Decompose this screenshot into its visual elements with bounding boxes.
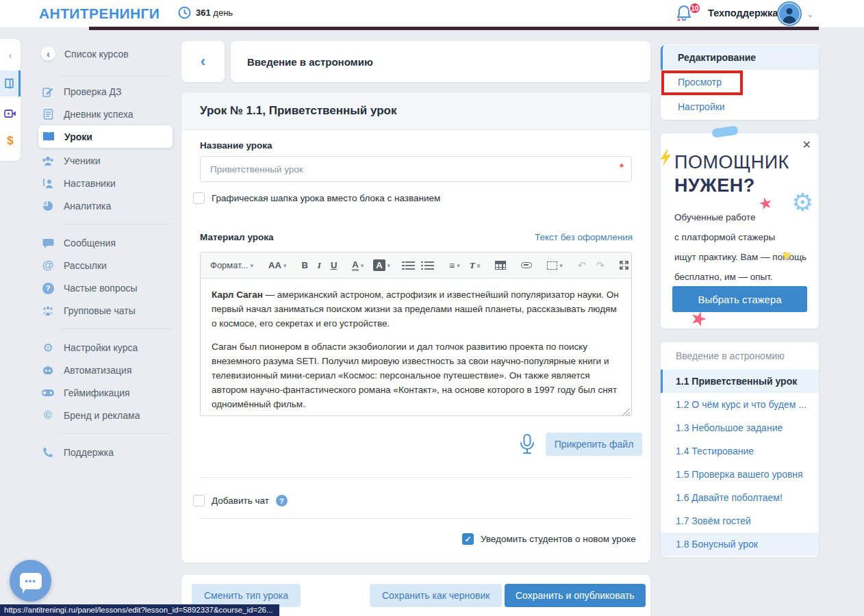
microphone-icon[interactable]	[518, 433, 537, 455]
lesson-item-1-8[interactable]: 1.8 Бонусный урок	[661, 532, 819, 556]
sidebar-item-brand[interactable]: © Бренд и реклама	[41, 405, 175, 426]
required-asterisk: *	[620, 161, 624, 172]
lesson-item-1-3[interactable]: 1.3 Небольшое задание	[661, 416, 819, 439]
fontsize-dropdown[interactable]: AA▾	[264, 257, 290, 273]
tab-editing: Редактирование	[661, 45, 819, 70]
lesson-item-1-6[interactable]: 1.6 Давайте поболтаем!	[661, 486, 819, 509]
bold-button[interactable]: B	[297, 257, 312, 273]
mode-menu-card: Редактирование Просмотр Настройки	[661, 44, 819, 120]
lesson-item-1-7[interactable]: 1.7 Зовём гостей	[661, 509, 819, 532]
divider	[200, 518, 632, 519]
lessons-course-title[interactable]: Введение в астрономию	[661, 342, 819, 370]
sidebar-item-automation[interactable]: Автоматизация	[41, 360, 175, 381]
divider	[60, 75, 171, 76]
insert-block-dropdown[interactable]: ▾	[543, 259, 567, 272]
lesson-header: Урок № 1.1, Приветственный урок	[181, 92, 650, 130]
app-root: АНТИТРЕНИНГИ 361 день 10 Техподдержка ⌄ …	[0, 0, 864, 616]
save-publish-button[interactable]: Сохранить и опубликовать	[505, 584, 646, 607]
align-dropdown[interactable]: ≡▾	[445, 257, 464, 274]
choose-intern-button[interactable]: Выбрать стажера	[672, 286, 807, 312]
divider	[200, 477, 632, 478]
phone-icon	[41, 447, 55, 458]
redo-button[interactable]: ↷	[592, 257, 609, 274]
lesson-name-label: Название урока	[200, 140, 272, 151]
tab-settings[interactable]: Настройки	[661, 94, 819, 119]
lesson-item-1-1[interactable]: 1.1 Приветственный урок	[661, 370, 819, 393]
sidebar-item-lessons[interactable]: Уроки	[38, 125, 173, 148]
editor-toolbar: Формат...▾ AA▾ B I U A▾ A▾ ≡▾ Tx	[201, 253, 631, 279]
sidebar-item-gamification[interactable]: Геймификация	[41, 383, 175, 403]
course-title-card: Введение в астрономию	[231, 41, 650, 82]
save-draft-button[interactable]: Сохранить как черновик	[370, 584, 502, 607]
rail-payments-icon[interactable]: $	[0, 128, 21, 154]
notifications-button[interactable]: 10	[675, 4, 698, 25]
underline-button[interactable]: U	[327, 257, 341, 273]
days-number: 361	[196, 8, 211, 18]
divider	[60, 329, 171, 329]
undo-button[interactable]: ↶	[574, 257, 591, 274]
editor-content[interactable]: Карл Саган — американский астроном, астр…	[201, 279, 631, 417]
sidebar-item-mentors[interactable]: Наставники	[41, 173, 175, 194]
group-icon	[41, 306, 55, 316]
chat-fab-button[interactable]: •••	[10, 560, 51, 602]
lesson-name-input[interactable]	[200, 156, 632, 182]
rail-collapse-button[interactable]: ‹	[0, 42, 21, 68]
rich-text-editor: Формат...▾ AA▾ B I U A▾ A▾ ≡▾ Tx	[200, 252, 632, 416]
editor-resize-handle[interactable]	[622, 408, 630, 415]
back-circle-icon: ‹	[41, 47, 55, 61]
fullscreen-button[interactable]	[615, 258, 633, 272]
sidebar-item-group-chats[interactable]: Групповые чаты	[41, 300, 175, 321]
helper-text: Обученные работе с платформой стажеры ищ…	[674, 207, 806, 287]
sidebar-item-diary[interactable]: Дневник успеха	[41, 104, 175, 125]
bullet-list-button[interactable]	[420, 259, 438, 272]
bg-color-dropdown[interactable]: A▾	[369, 257, 394, 274]
ordered-list-button[interactable]	[401, 259, 419, 272]
document-icon	[41, 109, 55, 120]
avatar[interactable]	[777, 1, 802, 26]
link-button[interactable]	[517, 259, 536, 271]
back-button[interactable]: ‹	[181, 41, 225, 82]
sidebar-item-analytics[interactable]: Аналитика	[41, 196, 175, 216]
sidebar-back-to-courses[interactable]: ‹ Список курсов	[41, 47, 129, 61]
tab-preview[interactable]: Просмотр	[661, 70, 819, 94]
lesson-item-1-4[interactable]: 1.4 Тестирование	[661, 439, 819, 463]
rail-video-icon[interactable]	[0, 101, 21, 127]
support-label[interactable]: Техподдержка	[708, 8, 778, 18]
chevron-down-icon[interactable]: ⌄	[806, 9, 814, 19]
lesson-item-1-2[interactable]: 1.2 О чём курс и что будем ...	[661, 393, 819, 416]
sidebar-item-support[interactable]: Поддержка	[41, 442, 175, 463]
robot-icon	[41, 365, 55, 375]
logo[interactable]: АНТИТРЕНИНГИ	[39, 5, 160, 22]
graphic-header-checkbox[interactable]	[193, 192, 205, 204]
add-chat-checkbox[interactable]	[193, 495, 205, 506]
notify-checkbox[interactable]: ✓	[462, 533, 474, 545]
change-lesson-type-button[interactable]: Сменить тип урока	[192, 584, 301, 607]
copyright-icon: ©	[41, 409, 55, 422]
chat-icon	[41, 238, 55, 248]
sidebar-item-mailings[interactable]: @ Рассылки	[41, 255, 175, 276]
sidebar-item-students[interactable]: Ученики	[41, 151, 175, 171]
help-question-icon[interactable]: ?	[276, 495, 288, 506]
format-dropdown[interactable]: Формат...▾	[206, 257, 257, 273]
helper-title: ПОМОЩНИК НУЖЕН?	[674, 151, 789, 198]
attach-file-button[interactable]: Прикрепить файл	[546, 433, 642, 456]
table-button[interactable]	[491, 258, 510, 272]
notify-row: ✓ Уведомить студентов о новом уроке	[462, 533, 636, 545]
sidebar-item-course-settings[interactable]: ⚙ Настройки курса	[41, 337, 175, 358]
at-icon: @	[41, 259, 55, 272]
italic-button[interactable]: I	[314, 257, 325, 274]
clear-format-button[interactable]: Tx	[466, 257, 484, 274]
chat-bubble-icon: •••	[20, 573, 42, 589]
add-chat-label: Добавить чат	[212, 496, 269, 506]
plain-text-link[interactable]: Текст без оформления	[535, 232, 633, 242]
sidebar-item-messages[interactable]: Сообщения	[41, 233, 175, 253]
sidebar-item-homework[interactable]: Проверка ДЗ	[41, 81, 175, 102]
lesson-item-1-5[interactable]: 1.5 Проверка вашего уровня	[661, 463, 819, 486]
close-icon[interactable]: ✕	[802, 140, 811, 151]
mentor-icon	[41, 178, 55, 189]
rail-courses-icon[interactable]	[0, 70, 21, 97]
notify-label: Уведомить студентов о новом уроке	[481, 534, 636, 544]
text-color-dropdown[interactable]: A▾	[348, 257, 368, 274]
sidebar-item-faq[interactable]: ? Частые вопросы	[41, 278, 175, 298]
gamepad-icon	[41, 389, 55, 397]
